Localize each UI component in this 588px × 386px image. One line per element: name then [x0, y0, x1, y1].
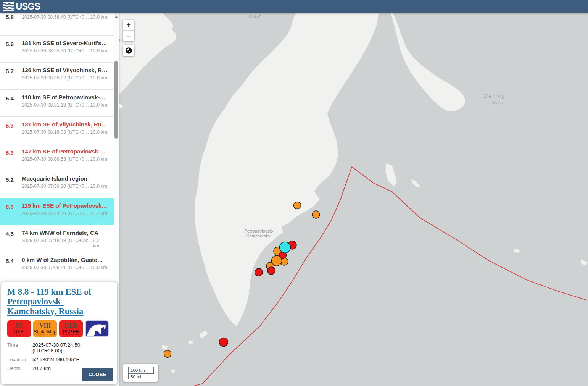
tsunami-badge[interactable]: [85, 320, 109, 337]
earthquake-marker[interactable]: [164, 350, 171, 358]
scale-mi-label: 50 mi: [130, 375, 141, 379]
list-item[interactable]: 6.3 131 km SE of Vilyuchinsk, Ru… 2025-0…: [0, 117, 114, 144]
list-item[interactable]: 5.4 110 km SE of Petropavlovsk-… 2025-07…: [0, 90, 114, 117]
event-time: 2025-07-30 07:18:18 (UTC+08:…: [22, 238, 93, 249]
magnitude: 5.7: [6, 68, 20, 74]
event-detail-title-link[interactable]: M 8.8 - 119 km ESE of Petropavlovsk-Kamc…: [7, 287, 103, 316]
event-depth: 20.7 km: [90, 211, 110, 216]
event-depth: 10.0 km: [90, 75, 110, 81]
list-item[interactable]: 5.4 0 km W of Zapotitlán, Guate… 2025-07…: [0, 252, 114, 279]
list-item[interactable]: 5.8 2025-07-30 08:58:40 (UTC+0… 10.0 km: [0, 13, 114, 36]
scrollbar-thumb[interactable]: [114, 61, 118, 139]
list-item[interactable]: 4.5 74 km WNW of Ferndale, CA 2025-07-30…: [0, 225, 114, 252]
map-canvas[interactable]: Gulf Bering Sea Petropavlovsk- Kamchatsk…: [119, 13, 588, 386]
magnitude: 5.4: [6, 258, 20, 264]
earthquake-marker[interactable]: [219, 338, 228, 347]
event-depth: 10.0 km: [90, 15, 110, 20]
usgs-latest-earthquakes-app: USGS 5.8 2025-07-30 08:58:40 (UTC+0… 10.…: [0, 0, 588, 386]
pager-alert-level: RED: [64, 322, 77, 329]
scroll-up-arrow-icon[interactable]: [114, 15, 118, 18]
event-title: 74 km WNW of Ferndale, CA: [22, 229, 110, 236]
shakemap-label: ShakeMap: [34, 329, 56, 335]
magnitude: 8.8: [6, 203, 20, 210]
map-scale-bar: 100 km 50 mi: [123, 364, 158, 382]
event-time: 2025-07-30 08:58:40 (UTC+0…: [22, 15, 89, 20]
list-item[interactable]: 5.2 Macquarie Island region 2025-07-30 0…: [0, 171, 114, 198]
magnitude: 6.9: [6, 149, 20, 156]
city-label-line2: Kamchatsky: [246, 234, 271, 238]
event-title: 110 km SE of Petropavlovsk-…: [22, 94, 110, 100]
impact-badges: IX DYFI VIII ShakeMap RED PAGER: [7, 320, 111, 337]
dyfi-label: DYFI: [14, 329, 24, 335]
dyfi-badge[interactable]: IX DYFI: [7, 320, 31, 337]
globe-icon: [125, 47, 132, 54]
time-label: Time: [7, 342, 32, 354]
time-value: 2025-07-30 07:24:50 (UTC+08:00): [32, 342, 111, 354]
usgs-logo-text: USGS: [16, 2, 40, 11]
event-time: 2025-07-30 08:55:50 (UTC+0…: [22, 48, 89, 53]
event-title: 131 km SE of Vilyuchinsk, Ru…: [22, 121, 110, 128]
event-details: Time 2025-07-30 07:24:50 (UTC+08:00) Loc…: [7, 342, 111, 371]
event-depth: 10.0 km: [90, 184, 110, 189]
pager-label: PAGER: [63, 329, 79, 335]
event-depth: 10.0 km: [90, 48, 110, 53]
earthquake-marker[interactable]: [267, 267, 275, 275]
app-header: USGS: [0, 0, 588, 13]
event-time: 2025-07-30 08:35:22 (UTC+0…: [22, 75, 89, 81]
event-depth: 10.0 km: [90, 129, 110, 135]
scale-km-label: 100 km: [130, 368, 145, 373]
magnitude: 5.6: [6, 41, 20, 47]
earthquake-marker[interactable]: [255, 268, 263, 276]
magnitude: 5.4: [6, 95, 20, 102]
event-title: 147 km SE of Petropavlovsk-…: [22, 148, 110, 155]
event-time: 2025-07-30 07:24:50 (UTC+0…: [22, 211, 89, 216]
earthquake-marker[interactable]: [294, 202, 301, 209]
event-depth: 10.0 km: [90, 157, 110, 162]
depth-value: 20.7 km: [32, 365, 51, 371]
depth-label: Depth: [7, 365, 32, 371]
list-item[interactable]: 6.9 147 km SE of Petropavlovsk-… 2025-07…: [0, 144, 114, 171]
event-title: Macquarie Island region: [22, 175, 110, 182]
close-button[interactable]: CLOSE: [82, 368, 113, 381]
event-depth: 10.0 km: [90, 102, 110, 108]
list-item-selected[interactable]: 8.8 119 km ESE of Petropavlovsk… 2025-07…: [0, 198, 114, 225]
magnitude: 4.5: [6, 231, 20, 237]
magnitude: 5.2: [6, 176, 20, 183]
gulf-label: Gulf: [249, 13, 261, 19]
dyfi-intensity: IX: [16, 322, 23, 329]
location-value: 52.530°N 160.165°E: [32, 357, 79, 362]
city-label-line1: Petropavlovsk-: [244, 229, 273, 233]
event-title: 181 km SSE of Severo-Kuril's…: [22, 40, 110, 46]
event-title: 119 km ESE of Petropavlovsk…: [22, 202, 110, 209]
usgs-logo[interactable]: USGS: [3, 2, 40, 11]
usgs-wave-icon: [3, 2, 15, 11]
globe-button[interactable]: [123, 45, 134, 56]
event-time: 2025-07-30 07:05:21 (UTC+0…: [22, 265, 89, 270]
selected-earthquake-marker[interactable]: [280, 242, 291, 253]
pager-badge[interactable]: RED PAGER: [59, 320, 83, 337]
shakemap-intensity: VIII: [39, 322, 51, 329]
event-time: 2025-07-30 08:09:53 (UTC+0…: [22, 157, 89, 162]
bering-sea-label-line1: Bering: [484, 93, 506, 99]
magnitude: 6.3: [6, 122, 20, 129]
map-zoom-control: + −: [123, 20, 134, 41]
basemap: Gulf Bering Sea Petropavlovsk- Kamchatsk…: [119, 13, 588, 386]
event-time: 2025-07-30 08:16:03 (UTC+0…: [22, 129, 89, 135]
zoom-out-button[interactable]: −: [123, 31, 134, 41]
event-depth: 10.0 km: [90, 265, 110, 270]
earthquake-marker[interactable]: [312, 211, 320, 218]
event-title: 136 km SSE of Vilyuchinsk, R…: [22, 67, 110, 73]
list-item[interactable]: 5.6 181 km SSE of Severo-Kuril's… 2025-0…: [0, 36, 114, 63]
magnitude: 5.8: [6, 14, 20, 20]
zoom-in-button[interactable]: +: [123, 20, 134, 31]
location-label: Location: [7, 357, 32, 362]
tsunami-wave-icon: [86, 321, 108, 336]
shakemap-badge[interactable]: VIII ShakeMap: [33, 320, 57, 337]
bering-sea-label-line2: Sea: [491, 100, 504, 105]
event-time: 2025-07-30 08:31:13 (UTC+0…: [22, 102, 89, 108]
event-detail-popup: M 8.8 - 119 km ESE of Petropavlovsk-Kamc…: [1, 282, 117, 384]
event-depth: 9.2 km: [93, 238, 110, 249]
event-time: 2025-07-30 07:56:30 (UTC+0…: [22, 184, 89, 189]
list-item[interactable]: 5.7 136 km SSE of Vilyuchinsk, R… 2025-0…: [0, 63, 114, 90]
earthquake-list: 5.8 2025-07-30 08:58:40 (UTC+0… 10.0 km …: [0, 13, 114, 279]
